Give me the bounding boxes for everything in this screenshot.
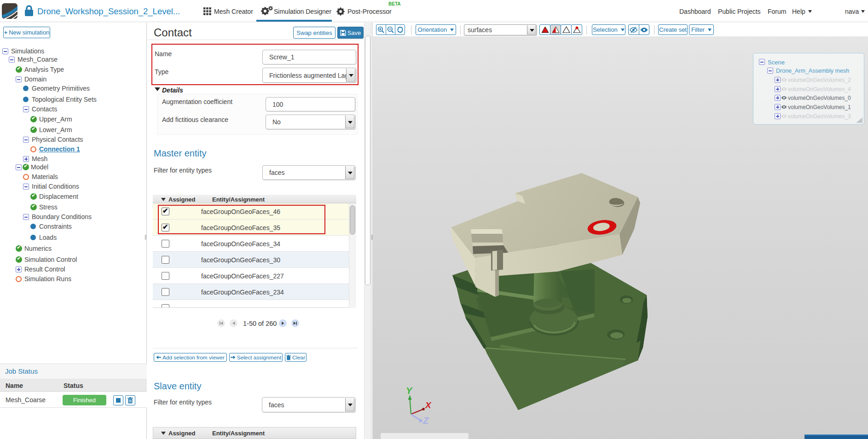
svg-text:Y: Y <box>406 386 413 396</box>
svg-text:Z: Z <box>422 416 429 426</box>
svg-text:X: X <box>425 400 432 410</box>
